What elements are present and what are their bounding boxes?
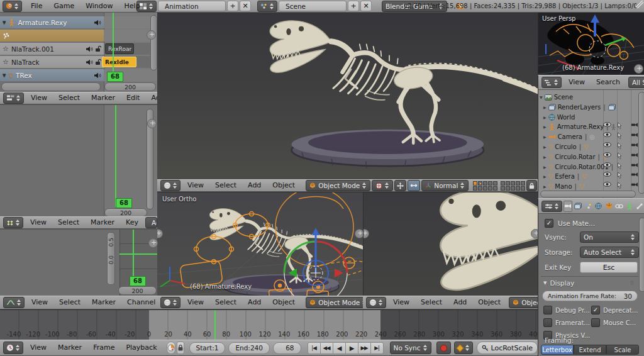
mute-toggle[interactable]	[86, 59, 93, 65]
layer-toggle[interactable]	[501, 181, 505, 186]
expand-icon[interactable]: ▶	[543, 115, 547, 120]
nla-menu-view[interactable]: View	[25, 92, 53, 104]
topbar-menu-game[interactable]: Game	[48, 1, 80, 12]
main-3d-viewport[interactable]	[157, 13, 538, 179]
checkbox[interactable]: ✓	[591, 306, 600, 314]
exit-key-button[interactable]: Esc	[580, 262, 638, 273]
vp-main-menu-select[interactable]: Select	[209, 180, 242, 191]
timeline-menu-marker[interactable]: Marker	[52, 342, 87, 353]
persp-preview-viewport[interactable]: User Persp (68) Armature.Rexy	[538, 13, 644, 75]
pivot-select[interactable]	[372, 180, 393, 191]
selectability-toggle[interactable]	[617, 182, 627, 189]
selectability-toggle[interactable]	[617, 172, 627, 179]
vp-main-menu-view[interactable]: View	[182, 180, 209, 191]
tab-scene[interactable]	[584, 201, 593, 212]
closeup-3d-viewport[interactable]	[363, 192, 538, 296]
graph-menu-select[interactable]: Select	[53, 297, 86, 308]
outliner-item-circulo-rotar[interactable]: ▶▽Circulo.Rotar|▽	[538, 152, 644, 162]
editor-type-button-info[interactable]	[3, 1, 22, 12]
keying-set-select[interactable]	[454, 342, 473, 354]
selectability-toggle[interactable]	[617, 132, 627, 140]
nla-strip-hscrollbar[interactable]: 200	[104, 82, 156, 91]
expand-icon[interactable]: ▶	[543, 165, 547, 169]
lock-toggle[interactable]	[95, 45, 101, 52]
vp-ortho-menu-view[interactable]: View	[182, 297, 209, 308]
tab-constraints[interactable]	[614, 201, 623, 212]
graph-menu-marker[interactable]: Marker	[86, 297, 121, 308]
tab-render-layers[interactable]	[574, 201, 582, 212]
selectability-toggle[interactable]	[617, 162, 627, 170]
layer-toggle[interactable]	[506, 181, 510, 186]
current-frame-field[interactable]: 68	[273, 342, 301, 354]
play-reverse-button[interactable]: ◀	[333, 342, 346, 354]
layer-toggle[interactable]	[473, 186, 477, 191]
tab-armature-data[interactable]	[625, 201, 634, 212]
timeline-menu-view[interactable]: View	[25, 342, 52, 353]
manipulator-toggle[interactable]	[394, 180, 406, 191]
visibility-toggle[interactable]	[603, 182, 613, 187]
editor-type-button-3dview[interactable]	[160, 180, 180, 191]
expand-icon[interactable]: ▶	[543, 184, 547, 189]
timeline-menu-frame[interactable]: Frame	[87, 342, 120, 353]
layer-toggle[interactable]	[488, 181, 492, 186]
next-keyframe-button[interactable]: ▶▶	[358, 342, 371, 354]
nla-strip-rexroar[interactable]: RexRoar	[105, 43, 134, 54]
graph-editor[interactable]: 0.5 0.0 68 200	[0, 229, 157, 296]
outliner-menu-view[interactable]: View	[563, 77, 591, 88]
visibility-toggle[interactable]	[603, 122, 613, 127]
window-resize-grip[interactable]	[636, 1, 643, 8]
timeline-editor[interactable]: -140-120-100-80-60-40-200204060801001201…	[0, 309, 538, 340]
jump-to-start-button[interactable]: |◀	[308, 342, 321, 354]
expand-icon[interactable]: ▶	[543, 174, 547, 179]
nla-channel-trex[interactable]: ▼▽TRex	[0, 69, 104, 81]
outliner-item-esfera[interactable]: ▶▽Esfera|▽	[538, 171, 644, 182]
expand-icon[interactable]: ▼	[540, 95, 543, 99]
nla-strip-rexidle[interactable]: RexIdle	[102, 57, 136, 67]
layer-toggle[interactable]	[488, 186, 492, 191]
graph-expand-plus-icon[interactable]	[148, 238, 158, 248]
timeline-menu-playback[interactable]: Playback	[120, 342, 162, 353]
editor-type-button-3dview[interactable]	[160, 297, 180, 308]
preview-range-button[interactable]	[167, 342, 175, 354]
dope-menu-key[interactable]: Key	[120, 217, 144, 228]
layer-toggle[interactable]	[473, 181, 477, 186]
expand-icon[interactable]: ▼	[3, 73, 6, 78]
framing-option-letterbox[interactable]: Letterbox	[541, 345, 574, 355]
visibility-toggle[interactable]	[603, 172, 613, 177]
outliner-item-scene[interactable]: ▼Scene	[538, 92, 644, 103]
frame-rate-slider[interactable]: Animation Frame Rate: 30	[542, 291, 638, 301]
add-scene-button[interactable]: +	[348, 1, 359, 11]
expand-icon[interactable]: ▶	[543, 125, 547, 129]
dope-menu-select[interactable]: Select	[52, 217, 85, 228]
orientation-select[interactable]: Normal	[421, 180, 469, 191]
expand-icon[interactable]: ▼	[3, 20, 6, 25]
framing-option-extend[interactable]: Extend	[574, 345, 606, 355]
graph-hscrollbar[interactable]: 200	[118, 286, 157, 295]
lock-toggle[interactable]	[95, 58, 101, 65]
layer-toggle[interactable]	[511, 186, 515, 191]
outliner-menu-search[interactable]: Search	[591, 77, 626, 88]
graph-menu-channel[interactable]: Channel	[121, 297, 157, 308]
vsync-select[interactable]: On	[580, 231, 639, 243]
outliner-vscrollbar[interactable]	[638, 92, 644, 194]
graph-menu-view[interactable]: View	[26, 297, 53, 308]
selectability-toggle[interactable]	[617, 122, 627, 130]
prev-keyframe-button[interactable]: ◀◀	[321, 342, 333, 354]
topbar-menu-help[interactable]: Help	[119, 1, 146, 12]
start-frame-field[interactable]: Start: 1	[189, 342, 226, 354]
selectability-toggle[interactable]	[617, 152, 627, 160]
layer-toggle[interactable]	[516, 181, 520, 186]
dope-frame-badge[interactable]: 68	[116, 198, 132, 208]
dope-menu-view[interactable]: View	[25, 217, 52, 228]
editor-type-button-3dview[interactable]	[366, 297, 386, 308]
timeline-playhead[interactable]	[214, 310, 216, 340]
ortho-right-panel-plus-icon[interactable]	[355, 229, 363, 238]
nla-channel--no-action-[interactable]	[0, 30, 104, 42]
nla-channel-armature-rexy[interactable]: ▼Armature.Rexy	[0, 16, 104, 28]
mute-toggle[interactable]	[94, 19, 101, 26]
outliner-item-renderlayers[interactable]: ▶RenderLayers|	[538, 102, 644, 113]
layer-toggle[interactable]	[516, 186, 520, 191]
mode-select[interactable]: Object Mode	[306, 297, 363, 308]
vp-ortho-menu-add[interactable]: Add	[242, 297, 267, 308]
mode-select[interactable]: Object Mode	[509, 297, 538, 308]
